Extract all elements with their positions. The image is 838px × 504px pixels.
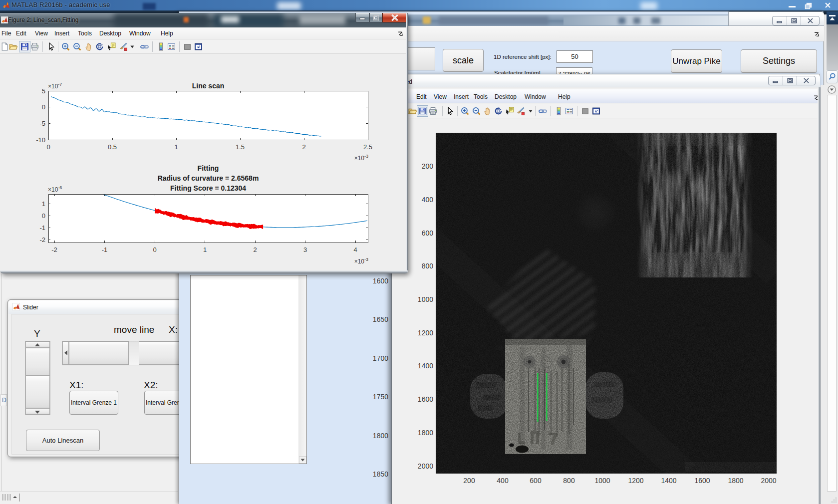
svg-text:Line scan: Line scan [192,82,225,90]
svg-text:-5: -5 [39,120,45,127]
svg-text:-2: -2 [51,246,57,253]
svg-text:4: 4 [353,246,357,253]
svg-text:0: 0 [46,143,50,151]
svg-text:1: 1 [203,246,207,253]
svg-text:×10-7: ×10-7 [48,82,62,90]
svg-text:-2: -2 [39,236,45,244]
svg-text:-10: -10 [36,136,45,144]
svg-text:-1: -1 [102,246,108,253]
svg-text:0: 0 [42,212,45,220]
svg-text:2: 2 [253,246,257,253]
svg-text:0: 0 [42,103,45,111]
svg-text:Fitting Score = 0.12304: Fitting Score = 0.12304 [170,184,246,192]
svg-text:×10-3: ×10-3 [354,257,368,265]
svg-text:1: 1 [174,143,178,151]
svg-text:0: 0 [153,246,156,253]
svg-text:1: 1 [42,200,45,208]
svg-text:5: 5 [42,87,45,95]
svg-text:×10-6: ×10-6 [48,185,62,193]
svg-text:2.5: 2.5 [363,143,372,151]
svg-text:×10-3: ×10-3 [354,154,368,162]
svg-text:3: 3 [303,246,307,253]
svg-text:2: 2 [302,143,305,151]
svg-text:1.5: 1.5 [236,143,245,151]
svg-text:0.5: 0.5 [108,143,117,151]
svg-text:Radius of curvature = 2.6568m: Radius of curvature = 2.6568m [158,174,259,182]
svg-text:-1: -1 [39,224,45,232]
svg-text:Fitting: Fitting [198,164,219,172]
